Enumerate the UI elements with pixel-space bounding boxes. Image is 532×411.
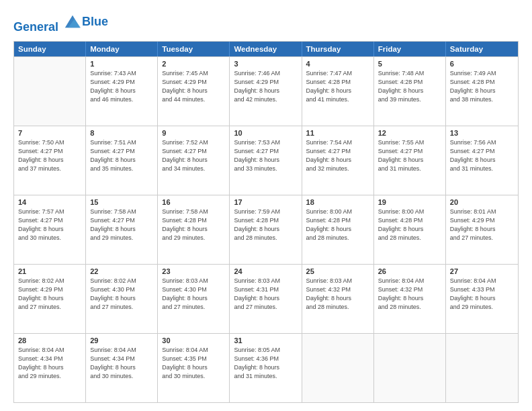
day-number: 8 [90, 129, 153, 137]
calendar-page: General Blue SundayMondayTuesdayWednesda… [0, 0, 532, 411]
calendar-cell: 7Sunrise: 7:50 AMSunset: 4:27 PMDaylight… [14, 126, 86, 195]
day-number: 15 [90, 198, 153, 206]
day-number: 24 [234, 267, 297, 275]
calendar-cell: 24Sunrise: 8:03 AMSunset: 4:31 PMDayligh… [230, 265, 302, 333]
calendar-cell: 8Sunrise: 7:51 AMSunset: 4:27 PMDaylight… [86, 126, 158, 195]
day-info: Sunrise: 8:03 AMSunset: 4:32 PMDaylight:… [306, 277, 369, 312]
day-number: 14 [18, 198, 81, 206]
day-info: Sunrise: 7:45 AMSunset: 4:29 PMDaylight:… [162, 69, 225, 104]
day-info: Sunrise: 8:00 AMSunset: 4:28 PMDaylight:… [378, 208, 441, 242]
day-info: Sunrise: 7:52 AMSunset: 4:27 PMDaylight:… [162, 138, 225, 173]
calendar-cell: 11Sunrise: 7:54 AMSunset: 4:27 PMDayligh… [302, 126, 374, 195]
calendar-cell: 16Sunrise: 7:58 AMSunset: 4:28 PMDayligh… [158, 195, 230, 264]
day-number: 29 [90, 336, 153, 345]
day-number: 7 [18, 129, 81, 137]
calendar-week-3: 14Sunrise: 7:57 AMSunset: 4:27 PMDayligh… [14, 195, 518, 264]
calendar-cell: 17Sunrise: 7:59 AMSunset: 4:28 PMDayligh… [230, 195, 302, 264]
calendar-cell: 9Sunrise: 7:52 AMSunset: 4:27 PMDaylight… [158, 126, 230, 195]
calendar-cell: 12Sunrise: 7:55 AMSunset: 4:27 PMDayligh… [374, 126, 446, 195]
day-number: 21 [18, 267, 81, 275]
day-number: 2 [162, 60, 225, 68]
day-number: 6 [450, 60, 514, 68]
day-number: 23 [162, 267, 225, 275]
header-day-friday: Friday [374, 42, 446, 56]
calendar-cell: 10Sunrise: 7:53 AMSunset: 4:27 PMDayligh… [230, 126, 302, 195]
logo-icon [63, 12, 82, 31]
header-day-saturday: Saturday [446, 42, 518, 56]
day-info: Sunrise: 7:57 AMSunset: 4:27 PMDaylight:… [18, 208, 81, 242]
calendar-cell: 19Sunrise: 8:00 AMSunset: 4:28 PMDayligh… [374, 195, 446, 264]
calendar-cell: 5Sunrise: 7:48 AMSunset: 4:28 PMDaylight… [374, 57, 446, 126]
calendar-week-1: 1Sunrise: 7:43 AMSunset: 4:29 PMDaylight… [14, 56, 518, 126]
day-number: 4 [306, 60, 369, 68]
day-number: 11 [306, 129, 369, 137]
logo-blue-text: Blue [82, 15, 108, 29]
day-number: 13 [450, 129, 514, 137]
logo: General Blue [13, 12, 108, 34]
calendar-cell: 31Sunrise: 8:05 AMSunset: 4:36 PMDayligh… [230, 334, 302, 402]
calendar-header-row: SundayMondayTuesdayWednesdayThursdayFrid… [14, 42, 518, 56]
calendar-cell: 30Sunrise: 8:04 AMSunset: 4:35 PMDayligh… [158, 334, 230, 402]
day-info: Sunrise: 7:46 AMSunset: 4:29 PMDaylight:… [234, 69, 297, 104]
calendar-cell: 2Sunrise: 7:45 AMSunset: 4:29 PMDaylight… [158, 57, 230, 126]
calendar-cell: 27Sunrise: 8:04 AMSunset: 4:33 PMDayligh… [446, 265, 518, 333]
calendar-cell: 6Sunrise: 7:49 AMSunset: 4:28 PMDaylight… [446, 57, 518, 126]
day-number: 12 [378, 129, 441, 137]
day-info: Sunrise: 7:51 AMSunset: 4:27 PMDaylight:… [90, 138, 153, 173]
day-number: 16 [162, 198, 225, 206]
header-day-wednesday: Wednesday [230, 42, 302, 56]
calendar-cell: 1Sunrise: 7:43 AMSunset: 4:29 PMDaylight… [86, 57, 158, 126]
calendar-cell: 26Sunrise: 8:04 AMSunset: 4:32 PMDayligh… [374, 265, 446, 333]
day-number: 1 [90, 60, 153, 68]
day-info: Sunrise: 8:03 AMSunset: 4:30 PMDaylight:… [162, 277, 225, 312]
day-number: 17 [234, 198, 297, 206]
day-info: Sunrise: 7:50 AMSunset: 4:27 PMDaylight:… [18, 138, 81, 173]
calendar-cell: 20Sunrise: 8:01 AMSunset: 4:29 PMDayligh… [446, 195, 518, 264]
day-number: 30 [162, 336, 225, 345]
calendar-cell: 13Sunrise: 7:56 AMSunset: 4:27 PMDayligh… [446, 126, 518, 195]
day-number: 25 [306, 267, 369, 275]
day-number: 9 [162, 129, 225, 137]
calendar: SundayMondayTuesdayWednesdayThursdayFrid… [13, 41, 519, 403]
calendar-cell: 28Sunrise: 8:04 AMSunset: 4:34 PMDayligh… [14, 334, 86, 402]
day-info: Sunrise: 7:53 AMSunset: 4:27 PMDaylight:… [234, 138, 297, 173]
day-info: Sunrise: 7:58 AMSunset: 4:27 PMDaylight:… [90, 208, 153, 242]
header-day-sunday: Sunday [14, 42, 86, 56]
calendar-cell: 29Sunrise: 8:04 AMSunset: 4:34 PMDayligh… [86, 334, 158, 402]
calendar-week-2: 7Sunrise: 7:50 AMSunset: 4:27 PMDaylight… [14, 126, 518, 195]
calendar-cell [14, 57, 86, 126]
day-number: 5 [378, 60, 441, 68]
logo-text: General [13, 12, 82, 34]
calendar-cell [302, 334, 374, 402]
day-info: Sunrise: 8:02 AMSunset: 4:29 PMDaylight:… [18, 277, 81, 312]
day-info: Sunrise: 7:56 AMSunset: 4:27 PMDaylight:… [450, 138, 514, 173]
day-info: Sunrise: 7:47 AMSunset: 4:28 PMDaylight:… [306, 69, 369, 104]
calendar-body: 1Sunrise: 7:43 AMSunset: 4:29 PMDaylight… [14, 56, 518, 402]
header-day-tuesday: Tuesday [158, 42, 230, 56]
calendar-week-4: 21Sunrise: 8:02 AMSunset: 4:29 PMDayligh… [14, 264, 518, 333]
day-info: Sunrise: 7:49 AMSunset: 4:28 PMDaylight:… [450, 69, 514, 104]
day-number: 26 [378, 267, 441, 275]
day-number: 28 [18, 336, 81, 345]
header-day-monday: Monday [86, 42, 158, 56]
day-info: Sunrise: 7:54 AMSunset: 4:27 PMDaylight:… [306, 138, 369, 173]
day-info: Sunrise: 7:55 AMSunset: 4:27 PMDaylight:… [378, 138, 441, 173]
day-number: 3 [234, 60, 297, 68]
day-number: 22 [90, 267, 153, 275]
calendar-cell: 25Sunrise: 8:03 AMSunset: 4:32 PMDayligh… [302, 265, 374, 333]
day-info: Sunrise: 8:02 AMSunset: 4:30 PMDaylight:… [90, 277, 153, 312]
calendar-cell: 18Sunrise: 8:00 AMSunset: 4:28 PMDayligh… [302, 195, 374, 264]
day-number: 31 [234, 336, 297, 345]
day-info: Sunrise: 8:04 AMSunset: 4:34 PMDaylight:… [90, 346, 153, 381]
calendar-cell: 14Sunrise: 7:57 AMSunset: 4:27 PMDayligh… [14, 195, 86, 264]
day-number: 27 [450, 267, 514, 275]
calendar-cell [374, 334, 446, 402]
day-info: Sunrise: 7:59 AMSunset: 4:28 PMDaylight:… [234, 208, 297, 242]
header: General Blue [13, 12, 519, 34]
day-info: Sunrise: 8:00 AMSunset: 4:28 PMDaylight:… [306, 208, 369, 242]
calendar-cell: 15Sunrise: 7:58 AMSunset: 4:27 PMDayligh… [86, 195, 158, 264]
day-info: Sunrise: 8:01 AMSunset: 4:29 PMDaylight:… [450, 208, 514, 242]
day-info: Sunrise: 8:04 AMSunset: 4:33 PMDaylight:… [450, 277, 514, 312]
day-info: Sunrise: 8:05 AMSunset: 4:36 PMDaylight:… [234, 346, 297, 381]
calendar-cell: 23Sunrise: 8:03 AMSunset: 4:30 PMDayligh… [158, 265, 230, 333]
